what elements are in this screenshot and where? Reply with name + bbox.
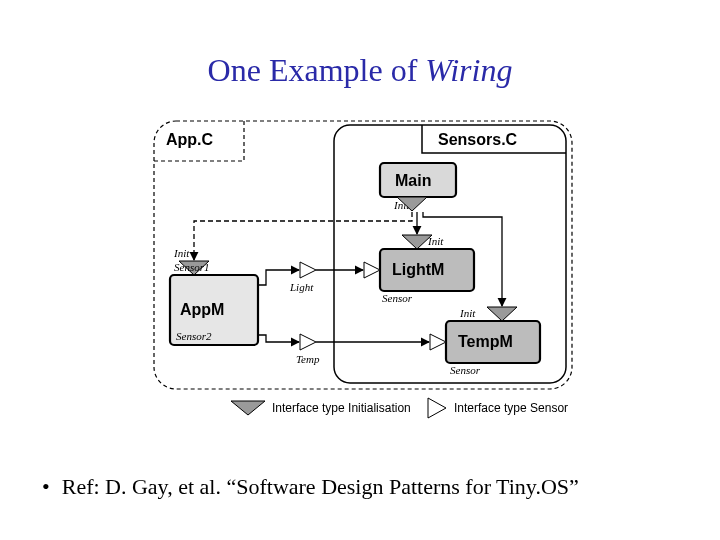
triangle-init-icon [487, 307, 517, 321]
tempm-label: TempM [458, 333, 513, 350]
sensorsc-label: Sensors.C [438, 131, 518, 148]
appc-label: App.C [166, 131, 214, 148]
appm-sensor2-label: Sensor2 [176, 330, 212, 342]
appm-label: AppM [180, 301, 224, 318]
reference-line: •Ref: D. Gay, et al. “Software Design Pa… [42, 474, 579, 500]
main-label: Main [395, 172, 431, 189]
legend-sensor-label: Interface type Sensor [454, 401, 568, 415]
appm-sensor1-label: Sensor1 [174, 261, 209, 273]
legend-sensor-icon [428, 398, 446, 418]
wiring-diagram: App.C Sensors.C Main Init LightM Sensor … [148, 115, 578, 435]
triangle-sensor-icon [300, 262, 316, 278]
wire-appm-sensor2-to-temp [258, 335, 299, 342]
lightm-sensor-label: Sensor [382, 292, 413, 304]
reference-text: Ref: D. Gay, et al. “Software Design Pat… [62, 474, 579, 499]
lightm-label: LightM [392, 261, 444, 278]
tempm-sensor-label: Sensor [450, 364, 481, 376]
tempm-init-label: Init [459, 307, 476, 319]
triangle-sensor-icon [300, 334, 316, 350]
appm-init-label: Init [173, 247, 190, 259]
temp-label: Temp [296, 353, 320, 365]
legend-init-label: Interface type Initialisation [272, 401, 411, 415]
bullet-icon: • [42, 474, 50, 499]
title-italic: Wiring [425, 52, 512, 88]
legend-init-icon [231, 401, 265, 415]
lightm-init-label: Init [427, 235, 444, 247]
slide-title: One Example of Wiring [0, 52, 720, 89]
triangle-sensor-icon [364, 262, 380, 278]
light-label: Light [289, 281, 314, 293]
triangle-sensor-icon [430, 334, 446, 350]
title-text: One Example of [208, 52, 426, 88]
